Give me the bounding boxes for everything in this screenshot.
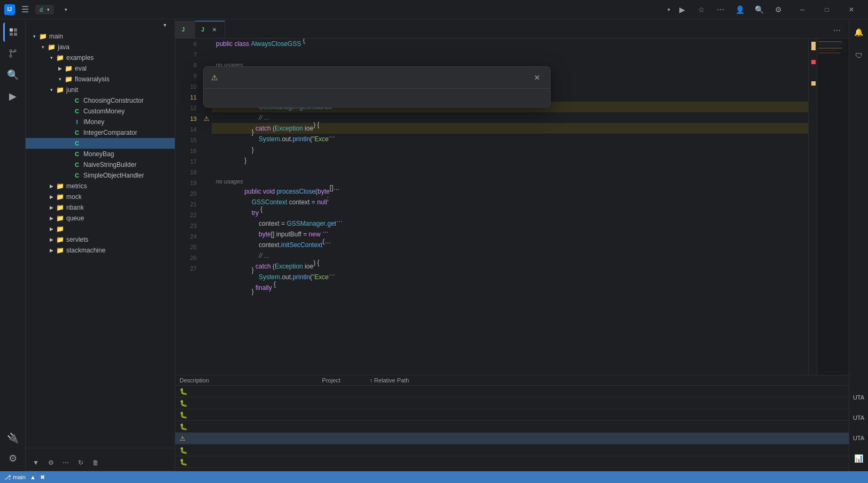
line-num-7: 7 [175,49,197,60]
activity-icon-plugins[interactable]: 🔌 [3,428,22,448]
activity-icon-vcs[interactable] [3,44,22,63]
tree-arrow: ▶ [47,182,56,190]
run-button[interactable]: ▶ [675,2,689,17]
right-tool-shield[interactable]: 🛡 [849,46,869,65]
hamburger-menu[interactable]: ☰ [19,2,31,17]
tree-item-mock[interactable]: ▶ 📁 mock [26,191,175,202]
tree-item-simpleobjecthandler[interactable]: C SimpleObjectHandler [26,170,175,181]
status-warnings[interactable]: ▲ [30,474,36,480]
finding-row-2[interactable]: 🐛 [175,397,849,409]
class-icon: C [73,96,81,105]
rg-error-1 [811,60,816,64]
editor-more-button[interactable]: ⋯ [830,23,844,38]
minimap-line [818,44,845,44]
maximize-button[interactable]: □ [815,0,839,19]
tree-arrow: ▾ [56,75,64,83]
activity-icon-project[interactable] [3,22,22,42]
right-tool-plugin3[interactable]: UTA [849,428,869,448]
bookmark-button[interactable]: ☆ [694,2,709,17]
tree-item-security[interactable]: ▶ 📁 [26,224,175,234]
version-control-selector[interactable]: ▾ [58,5,72,14]
ai-dialog[interactable]: ⚠ ✕ [203,66,551,108]
activity-icon-run[interactable]: ▶ [3,87,22,106]
sidebar-collapse-icon[interactable]: ▾ [164,22,167,28]
findings-refresh-button[interactable]: ↻ [75,457,87,469]
activity-icon-settings[interactable]: ⚙ [3,449,22,468]
svg-rect-1 [14,28,17,32]
finding-row-7[interactable]: 🐛 [175,456,849,468]
minimize-button[interactable]: ─ [790,0,815,19]
finding-row-5[interactable]: ⚠ [175,433,849,444]
tree-item-integercomparator[interactable]: C IntegerComparator [26,127,175,138]
current-file-selector[interactable]: ▾ [665,7,670,12]
search-button[interactable]: 🔍 [751,2,766,17]
tree-item-eval[interactable]: ▶ 📁 eval [26,63,175,74]
status-errors[interactable]: ✖ [40,474,45,481]
tree-item-main[interactable]: ▾ 📁 main [26,31,175,42]
right-tool-charts[interactable]: 📊 [849,449,869,468]
code-line-22: byte[] inputBuff = new … [212,229,808,240]
tree-arrow: ▶ [47,203,56,212]
settings-button[interactable]: ⚙ [771,2,786,17]
folder-icon: 📁 [56,225,64,233]
findings-sort-button[interactable]: ▼ [30,457,42,469]
profile-button[interactable]: 👤 [732,2,747,17]
code-line-13: } catch (Exception ioe) { [212,123,808,134]
tree-item-choosingconstructor[interactable]: C ChoosingConstructor [26,95,175,106]
tree-item-stackmachine[interactable]: ▶ 📁 stackmachine [26,245,175,256]
tree-label: flowanalysis [75,75,110,83]
right-tool-plugin2[interactable]: UTA [849,408,869,427]
java-icon: J [201,27,205,33]
line-num-10: 10 [175,81,197,92]
activity-icon-search[interactable]: 🔍 [3,65,22,85]
finding-row-1[interactable]: 🐛 [175,386,849,397]
line-num-26: 26 [175,252,197,263]
findings-delete-button[interactable]: 🗑 [90,457,102,469]
findings-more-button[interactable]: ⋯ [60,457,72,469]
right-tool-plugin1[interactable]: UTA [849,388,869,407]
activity-bar-bottom: 🔌 ⚙ [3,427,22,469]
tree-label: queue [66,214,84,222]
findings-config-button[interactable]: ⚙ [45,457,57,469]
minimap-line [818,50,836,51]
tree-item-queue[interactable]: ▶ 📁 queue [26,213,175,224]
tree-label: examples [66,54,94,62]
ai-dialog-content[interactable] [204,95,550,107]
line-num-19: 19 [175,178,197,188]
tab-close-icon[interactable]: ✕ [211,26,218,34]
code-line-24: // ... [212,250,808,261]
tree-item-metrics[interactable]: ▶ 📁 metrics [26,181,175,191]
finding-row-4[interactable]: 🐛 [175,421,849,433]
tree-item-java[interactable]: ▾ 📁 java [26,42,175,52]
right-toolbar: 🔔 🛡 UTA UTA UTA 📊 [849,19,868,471]
tree-item-naivestringbuilder[interactable]: C NaiveStringBuilder [26,159,175,170]
finding-row-6[interactable]: 🐛 [175,444,849,456]
folder-icon: 📁 [56,235,64,244]
tab-alwaysclosegss-java[interactable]: J ✕ [195,21,226,38]
tree-item-servlets[interactable]: ▶ 📁 servlets [26,234,175,245]
tree-item-junit[interactable]: ▾ 📁 junit [26,85,175,95]
right-tool-notifications[interactable]: 🔔 [849,22,869,42]
tree-label: main [49,33,63,40]
more-button[interactable]: ⋯ [713,2,728,17]
tree-item-money[interactable]: C [26,138,175,149]
project-selector[interactable]: d ▾ [35,5,54,14]
tree-arrow: ▾ [47,53,56,62]
class-icon: C [73,128,81,137]
ai-dialog-close-icon[interactable]: ✕ [532,72,542,83]
tree-item-examples[interactable]: ▾ 📁 examples [26,52,175,63]
tree-item-moneybag[interactable]: C MoneyBag [26,149,175,159]
tree-item-flowanalysis[interactable]: ▾ 📁 flowanalysis [26,74,175,85]
tree-item-custommoney[interactable]: C CustomMoney [26,106,175,117]
tree-item-nbank[interactable]: ▶ 📁 nbank [26,202,175,213]
line-num-11: 11 [175,92,197,103]
tab-money-java[interactable]: J [175,21,195,38]
tree-arrow [64,160,73,169]
close-button[interactable]: ✕ [839,0,864,19]
status-branch[interactable]: ⎇ main [4,474,26,481]
tree-item-imoney[interactable]: I IMoney [26,117,175,127]
tree-arrow [64,118,73,126]
ai-dialog-warning-icon: ⚠ [211,73,218,82]
line-num-23: 23 [175,220,197,231]
finding-row-3[interactable]: 🐛 [175,409,849,421]
